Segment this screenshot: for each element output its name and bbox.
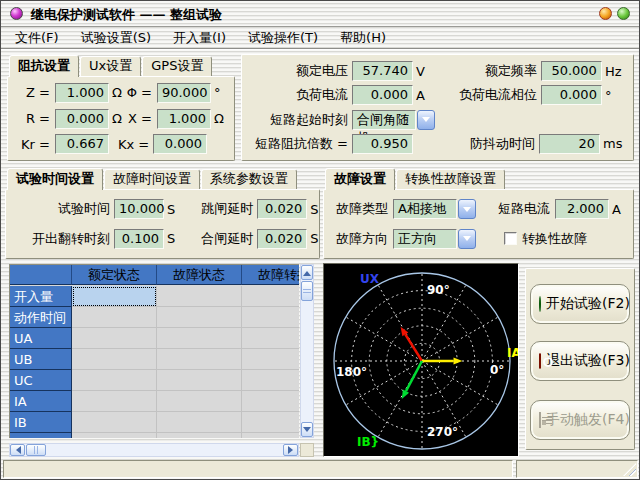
- tab-test-time[interactable]: 试验时间设置: [7, 168, 103, 190]
- minimize-button[interactable]: [599, 7, 612, 20]
- tab-system-params[interactable]: 系统参数设置: [201, 169, 297, 189]
- title-bar: 继电保护测试软件 —— 整组试验: [1, 1, 639, 27]
- table-cell[interactable]: [157, 370, 242, 391]
- menu-test-settings[interactable]: 试验设置(S): [73, 28, 159, 48]
- short-current-unit: A: [612, 202, 621, 217]
- scroll-right-button[interactable]: [283, 444, 298, 456]
- tab-fault-time[interactable]: 故障时间设置: [104, 169, 200, 189]
- short-current-field[interactable]: 2.000: [555, 199, 609, 219]
- table-cell[interactable]: [157, 307, 242, 328]
- tab-impedance[interactable]: 阻抗设置: [9, 55, 79, 77]
- table-row-label: UB: [10, 349, 72, 370]
- system-panel: 额定电压 57.740 V 额定频率 50.000 Hz 负荷电流 0.000 …: [241, 54, 634, 161]
- debounce-label: 防抖动时间: [423, 135, 535, 153]
- table-cell[interactable]: [242, 370, 299, 391]
- convert-fault-checkbox[interactable]: [504, 232, 517, 245]
- table-cell[interactable]: [72, 349, 157, 370]
- table-cell[interactable]: [242, 433, 299, 438]
- rated-frequency-field[interactable]: 50.000: [541, 61, 602, 81]
- table-header-convert[interactable]: 故障转换: [242, 265, 299, 285]
- kr-field[interactable]: 0.667: [55, 134, 109, 154]
- table-cell[interactable]: [72, 433, 157, 438]
- table-cell-selected[interactable]: [72, 286, 157, 307]
- horizontal-scroll-thumb[interactable]: [26, 444, 46, 456]
- table-cell[interactable]: [72, 391, 157, 412]
- table-cell[interactable]: [242, 391, 299, 412]
- vertical-scrollbar[interactable]: [300, 264, 314, 438]
- phasor-angle-90: 90°: [427, 283, 450, 297]
- test-time-field[interactable]: 10.000: [114, 199, 164, 219]
- phasor-label-ux: UX: [360, 272, 380, 286]
- scroll-down-button[interactable]: [301, 422, 313, 437]
- tab-gps[interactable]: GPS设置: [142, 56, 212, 76]
- debounce-field[interactable]: 20: [539, 134, 600, 154]
- table-cell[interactable]: [242, 286, 299, 307]
- trip-delay-field[interactable]: 0.020: [257, 199, 307, 219]
- kx-label: Kx =: [118, 137, 148, 152]
- table-header-fault[interactable]: 故障状态: [157, 265, 242, 285]
- scroll-up-button[interactable]: [301, 265, 313, 280]
- status-bar: [3, 460, 513, 478]
- menu-help[interactable]: 帮助(H): [332, 28, 394, 48]
- chevron-down-icon[interactable]: [458, 199, 476, 219]
- table-cell[interactable]: [242, 307, 299, 328]
- load-current-field[interactable]: 0.000: [352, 85, 413, 105]
- menu-test-operation[interactable]: 试验操作(T): [240, 28, 326, 48]
- fault-type-dropdown[interactable]: A相接地: [393, 199, 476, 219]
- chevron-down-icon[interactable]: [417, 110, 435, 130]
- table-cell[interactable]: [72, 412, 157, 433]
- phi-field[interactable]: 90.000: [157, 83, 211, 103]
- close-delay-field[interactable]: 0.020: [257, 229, 307, 249]
- table-cell[interactable]: [72, 370, 157, 391]
- r-field[interactable]: 0.000: [55, 109, 109, 129]
- table-cell[interactable]: [242, 349, 299, 370]
- kx-field[interactable]: 0.000: [153, 134, 207, 154]
- table-cell[interactable]: [157, 286, 242, 307]
- rated-frequency-unit: Hz: [605, 64, 621, 79]
- load-phase-field[interactable]: 0.000: [541, 85, 602, 105]
- table-cell[interactable]: [157, 412, 242, 433]
- scroll-left-button[interactable]: [10, 444, 25, 456]
- table-cell[interactable]: [157, 391, 242, 412]
- menu-file[interactable]: 文件(F): [7, 28, 67, 48]
- arrow-down-icon: [303, 427, 311, 436]
- fault-panel: 故障设置 转换性故障设置 故障类型 A相接地 短路电流 2.000 A: [323, 167, 634, 259]
- table-cell[interactable]: [157, 433, 242, 438]
- close-button[interactable]: [617, 7, 630, 20]
- short-start-dropdown[interactable]: 合闸角随机: [352, 110, 435, 130]
- timing-tabs: 试验时间设置 故障时间设置 系统参数设置: [5, 167, 320, 189]
- output-flip-field[interactable]: 0.100: [114, 229, 164, 249]
- vertical-scroll-thumb[interactable]: [301, 281, 313, 301]
- z-field[interactable]: 1.000: [55, 83, 109, 103]
- x-field[interactable]: 1.000: [157, 109, 211, 129]
- phasor-angle-180: 180°: [336, 365, 367, 379]
- table-cell[interactable]: [157, 328, 242, 349]
- horizontal-scrollbar[interactable]: [9, 443, 299, 457]
- exit-test-button[interactable]: 退出试验(F3): [530, 341, 630, 381]
- impedance-multiple-field[interactable]: 0.950: [352, 134, 413, 154]
- rated-frequency-label: 额定频率: [425, 62, 537, 80]
- table-cell[interactable]: [72, 307, 157, 328]
- fault-type-value: A相接地: [393, 199, 457, 219]
- fault-direction-dropdown[interactable]: 正方向: [393, 229, 476, 249]
- rated-voltage-unit: V: [416, 64, 425, 79]
- fault-type-label: 故障类型: [332, 200, 388, 218]
- menu-bar: 文件(F) 试验设置(S) 开入量(I) 试验操作(T) 帮助(H): [1, 28, 639, 49]
- table-cell[interactable]: [157, 349, 242, 370]
- tab-convert-fault-settings[interactable]: 转换性故障设置: [396, 169, 505, 189]
- chevron-down-icon[interactable]: [458, 229, 476, 249]
- tab-fault-settings[interactable]: 故障设置: [325, 168, 395, 190]
- start-test-button[interactable]: 开始试验(F2): [530, 284, 630, 324]
- rated-voltage-field[interactable]: 57.740: [352, 61, 413, 81]
- table-header-rated[interactable]: 额定状态: [72, 265, 157, 285]
- menu-binary-input[interactable]: 开入量(I): [165, 28, 234, 48]
- table-cell[interactable]: [242, 328, 299, 349]
- resize-grip[interactable]: [623, 463, 636, 476]
- table-cell[interactable]: [242, 412, 299, 433]
- tab-ux[interactable]: Ux设置: [80, 56, 141, 76]
- table-cell[interactable]: [72, 328, 157, 349]
- fault-direction-value: 正方向: [393, 229, 457, 249]
- arrow-left-icon: [12, 446, 21, 454]
- actions-panel: 开始试验(F2) 退出试验(F3) 手动触发(F4): [525, 268, 635, 450]
- z-label: Z =: [16, 85, 50, 100]
